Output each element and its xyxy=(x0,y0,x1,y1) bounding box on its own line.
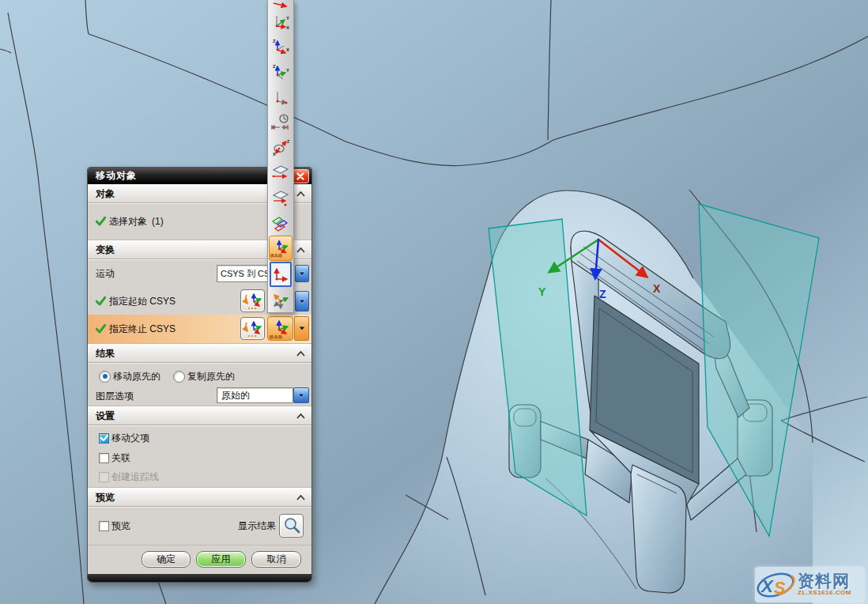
end-csys-row: 指定终止 CSYS (0,0,0) xyxy=(88,315,311,343)
csys-option-origin-x-y[interactable]: Y X xyxy=(268,8,293,33)
csys-cylindrical-icon: Z X xyxy=(271,138,290,157)
layer-option-label: 图层选项 xyxy=(88,390,134,403)
collapse-chevron-icon[interactable] xyxy=(296,495,305,500)
csys-option-offset[interactable] xyxy=(268,109,293,134)
apply-button[interactable]: 应用 xyxy=(196,551,246,568)
move-original-radio[interactable] xyxy=(99,371,111,383)
start-csys-label: 指定起始 CSYS xyxy=(109,295,175,308)
ok-button[interactable]: 确定 xyxy=(142,551,191,568)
absolute-csys-icon: (0,0,0) xyxy=(270,237,292,259)
dropdown-arrow-icon xyxy=(298,326,306,331)
svg-text:Z: Z xyxy=(287,139,290,144)
section-header-settings[interactable]: 设置 xyxy=(88,406,311,425)
dialog-button-row: 确定 应用 取消 xyxy=(88,545,311,572)
csys-option-partial[interactable] xyxy=(268,0,293,8)
csys-option-z-y[interactable]: Z Y xyxy=(268,59,293,84)
start-csys-dropdown-button[interactable] xyxy=(295,291,309,311)
move-parent-label: 移动父项 xyxy=(111,432,149,445)
csys-zx-icon: Z X xyxy=(271,36,290,55)
associative-label: 关联 xyxy=(111,451,130,465)
dialog-title: 移动对象 xyxy=(88,169,137,183)
start-csys-dialog-button[interactable] xyxy=(240,289,265,312)
copy-original-label: 复制原先的 xyxy=(187,370,235,383)
z-axis-handle[interactable] xyxy=(592,269,598,275)
end-csys-dropdown-button[interactable] xyxy=(294,316,309,341)
csys-option-absolute-selected[interactable]: (0,0,0) xyxy=(269,236,292,261)
svg-text:Z: Z xyxy=(273,64,276,69)
associative-checkbox[interactable] xyxy=(99,453,109,463)
arrow-fragment-icon xyxy=(271,0,290,8)
svg-text:X: X xyxy=(286,47,289,52)
motion-type-combo[interactable]: CSYS 到 CSYS xyxy=(217,265,270,282)
svg-text:S: S xyxy=(774,578,786,598)
csys-option-z-x[interactable]: Z X xyxy=(268,33,293,59)
settings-group: 移动父项 关联 创建追踪线 xyxy=(88,425,311,488)
cancel-button[interactable]: 取消 xyxy=(251,551,301,568)
svg-text:Z: Z xyxy=(273,39,276,43)
plane-point-icon xyxy=(271,188,290,207)
y-axis-label: Y xyxy=(538,285,546,298)
layer-option-dropdown-button[interactable] xyxy=(293,387,309,403)
section-preview-label: 预览 xyxy=(88,491,115,504)
section-header-preview[interactable]: 预览 xyxy=(88,488,311,507)
z-axis-label: Z xyxy=(599,288,606,300)
check-icon xyxy=(96,324,106,334)
csys-dialog-icon xyxy=(243,292,263,311)
dialog-bottom-bar xyxy=(88,574,311,582)
dropdown-arrow-icon xyxy=(298,271,306,277)
csys-option-plane-point[interactable] xyxy=(268,185,293,210)
dropdown-arrow-icon xyxy=(297,393,305,398)
apply-button-label: 应用 xyxy=(212,553,231,566)
dynamic-csys-icon xyxy=(270,290,291,311)
end-csys-dialog-button[interactable] xyxy=(240,317,265,340)
csys-xy-icon: Y X xyxy=(271,11,290,30)
svg-text:X: X xyxy=(286,25,289,30)
select-object-label: 选择对象 xyxy=(109,215,147,228)
move-parent-row: 移动父项 xyxy=(88,425,311,448)
create-traceline-checkbox xyxy=(99,472,109,482)
show-result-label: 显示结果 xyxy=(238,519,276,533)
cancel-button-label: 取消 xyxy=(267,553,286,566)
close-button[interactable] xyxy=(292,169,309,183)
motion-dropdown-button[interactable] xyxy=(295,265,309,282)
csys-option-three-planes[interactable] xyxy=(268,210,293,236)
end-csys-type-button[interactable]: (0,0,0) xyxy=(267,316,293,341)
motion-type-value: CSYS 到 CSYS xyxy=(221,268,270,280)
svg-text:X: X xyxy=(273,152,276,157)
csys-type-dropdown-list: Y X Z X Z Y xyxy=(267,0,294,313)
csys-option-plane-axis[interactable] xyxy=(268,160,293,185)
csys-plain-icon xyxy=(271,87,290,106)
show-result-button[interactable] xyxy=(279,514,304,538)
section-header-result[interactable]: 结果 xyxy=(88,344,311,363)
plane-axis-icon xyxy=(271,163,290,182)
csys-offset-icon xyxy=(271,112,290,131)
preview-label: 预览 xyxy=(111,519,130,533)
move-parent-checkbox[interactable] xyxy=(99,433,109,444)
copy-original-radio[interactable] xyxy=(173,371,185,383)
watermark-site-url: ZL.XS1616.COM xyxy=(798,589,851,596)
magnifier-icon xyxy=(282,516,301,535)
section-transform-label: 变换 xyxy=(88,243,115,257)
csys-option-three-points[interactable] xyxy=(268,84,293,109)
x-axis-label: X xyxy=(653,282,661,295)
csys-option-dynamic[interactable] xyxy=(268,288,293,313)
preview-checkbox[interactable] xyxy=(99,521,109,531)
collapse-chevron-icon[interactable] xyxy=(296,351,305,357)
watermark-site-name: 资料网 xyxy=(798,573,851,589)
origin-coords-label: (0,0,0) xyxy=(270,253,282,258)
csys-zy-icon: Z Y xyxy=(271,62,290,81)
select-object-count: (1) xyxy=(152,216,164,227)
collapse-chevron-icon[interactable] xyxy=(296,413,305,419)
create-traceline-label: 创建追踪线 xyxy=(111,470,159,484)
checkmark-icon xyxy=(100,435,108,442)
collapse-chevron-icon[interactable] xyxy=(296,191,305,197)
result-group: 移动原先的 复制原先的 图层选项 原始的 xyxy=(88,363,311,406)
layer-option-row: 图层选项 原始的 xyxy=(88,387,311,406)
absolute-csys-icon: (0,0,0) xyxy=(269,318,292,340)
csys-option-cylindrical[interactable]: Z X xyxy=(268,134,293,160)
watermark: X S 资料网 ZL.XS1616.COM xyxy=(755,567,864,602)
csys-dialog-icon xyxy=(243,319,263,338)
collapse-chevron-icon[interactable] xyxy=(296,247,305,253)
layer-option-combo[interactable]: 原始的 xyxy=(217,387,293,403)
csys-option-current-view[interactable] xyxy=(270,262,292,287)
